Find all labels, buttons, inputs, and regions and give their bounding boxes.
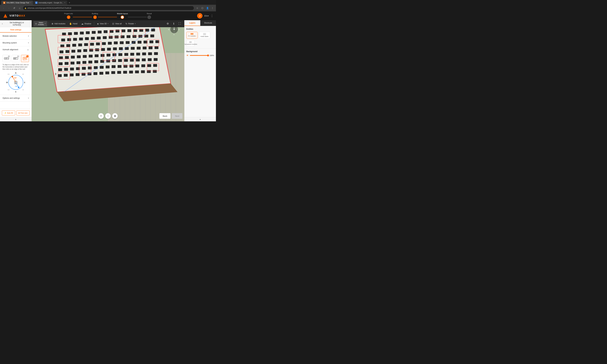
azimuth-btn-diagonal[interactable]: ↻ bbox=[21, 55, 29, 62]
view3d-button[interactable]: ◈ View 3D ▾ bbox=[95, 21, 110, 26]
svg-rect-52 bbox=[110, 30, 114, 33]
right-panel-collapse-button[interactable]: ▲ bbox=[185, 117, 216, 121]
svg-rect-87 bbox=[126, 41, 130, 44]
shortcuts-tab[interactable]: Shortcuts bbox=[200, 20, 216, 26]
forward-button[interactable]: › bbox=[7, 6, 11, 10]
opacity-row: 👁 100% bbox=[186, 54, 214, 57]
main-area: ‹ Set building(s) orsurface[s] Yield set… bbox=[0, 20, 216, 121]
svg-rect-127 bbox=[59, 62, 63, 65]
add-modules-label: Add modules bbox=[54, 23, 66, 25]
lang-selector[interactable]: EN ▾ bbox=[204, 15, 209, 17]
yield-settings-tab[interactable]: Yield settings bbox=[0, 27, 31, 33]
tab2-favicon: G bbox=[35, 1, 38, 4]
layers-tab[interactable]: Layers bbox=[185, 20, 200, 26]
pv-modules-entity-button[interactable]: PV modules bbox=[186, 32, 198, 39]
opacity-slider[interactable] bbox=[190, 55, 208, 56]
refresh-button[interactable]: ↺ bbox=[12, 6, 16, 10]
svg-rect-46 bbox=[74, 32, 78, 35]
sidebar-collapse-button[interactable]: ▲ bbox=[0, 117, 31, 121]
svg-rect-134 bbox=[100, 60, 104, 63]
svg-rect-94 bbox=[66, 50, 69, 53]
opacity-slider-fill bbox=[190, 55, 208, 56]
azimuth-alignment-header[interactable]: Azimuth alignment ▲ bbox=[0, 46, 31, 53]
refresh-icon-3: ↻ bbox=[26, 55, 28, 57]
settings-icon-button[interactable]: ⚙ bbox=[165, 21, 171, 26]
svg-rect-140 bbox=[136, 59, 140, 61]
profile-button[interactable]: 👤 bbox=[205, 6, 210, 10]
section-module-selection: Module selection ▾ bbox=[0, 33, 31, 39]
svg-rect-171 bbox=[117, 71, 121, 74]
svg-rect-146 bbox=[70, 68, 74, 70]
zoom-in-button[interactable]: + bbox=[98, 113, 104, 119]
svg-rect-121 bbox=[124, 53, 128, 56]
azimuth-alignment-chevron-icon: ▲ bbox=[27, 49, 29, 51]
header-menu-button[interactable]: ⋮ bbox=[211, 14, 213, 17]
view3d-icon: ◈ bbox=[97, 22, 99, 25]
compass: N S E W NE NW SE SW bbox=[6, 72, 25, 93]
back-button[interactable]: ‹ bbox=[1, 6, 6, 10]
svg-rect-153 bbox=[112, 65, 116, 68]
back-nav-button[interactable]: Back bbox=[159, 113, 171, 119]
extensions-button[interactable]: ⬡ bbox=[200, 6, 205, 10]
svg-text:S: S bbox=[173, 34, 174, 35]
svg-rect-92 bbox=[156, 40, 159, 43]
back-to-buildings-button[interactable]: ‹ Set building(s) orsurface[s] bbox=[0, 20, 31, 27]
svg-rect-44 bbox=[62, 33, 66, 35]
svg-rect-97 bbox=[83, 49, 87, 52]
svg-marker-0 bbox=[4, 2, 5, 3]
transparent-modules-entity-button[interactable]: Transparent modules bbox=[186, 40, 195, 46]
settings-button[interactable]: ⋮ bbox=[210, 6, 215, 10]
view-all-button[interactable]: ⊡ View all bbox=[111, 21, 123, 26]
mounting-system-header[interactable]: Mounting system ▾ bbox=[0, 39, 31, 46]
svg-rect-128 bbox=[65, 62, 68, 65]
svg-rect-98 bbox=[89, 49, 93, 52]
visibility-toggle-button[interactable]: 👁 bbox=[186, 54, 189, 57]
new-tab-button[interactable]: + bbox=[67, 1, 71, 5]
options-settings-header[interactable]: Options and settings ▾ bbox=[0, 95, 31, 102]
browser-tab-2[interactable]: G evenwijdig engels - Google Zo... × bbox=[33, 1, 67, 5]
svg-rect-174 bbox=[135, 70, 139, 73]
azimuth-btn-horizontal[interactable]: ↻ bbox=[2, 55, 11, 62]
svg-rect-60 bbox=[61, 39, 65, 41]
rotate-button[interactable]: ↻ Rotate ▾ bbox=[124, 21, 137, 26]
svg-rect-54 bbox=[121, 29, 125, 32]
svg-rect-150 bbox=[94, 66, 98, 69]
home-button[interactable]: ⌂ bbox=[17, 6, 22, 10]
user-avatar[interactable]: J bbox=[197, 13, 202, 18]
zoom-out-button[interactable]: − bbox=[105, 113, 111, 119]
svg-rect-50 bbox=[98, 31, 102, 33]
shadow-icon: ☁ bbox=[81, 22, 83, 25]
fullscreen-icon-button[interactable]: ⛶ bbox=[177, 21, 182, 26]
info-icon-button[interactable]: ℹ bbox=[171, 21, 176, 26]
step2-circle: ✓ bbox=[93, 15, 97, 19]
shadow-button[interactable]: ☁ Shadow bbox=[80, 21, 93, 26]
auto-fill-button[interactable]: ⚡ Auto fill bbox=[2, 110, 15, 116]
svg-rect-158 bbox=[141, 65, 145, 67]
svg-rect-141 bbox=[142, 58, 146, 61]
locate-button[interactable]: ⊕ bbox=[112, 113, 118, 119]
sidebar-bottom-actions: ⚡ Auto fill ⊞ Free size bbox=[0, 109, 31, 117]
azimuth-btn-edge[interactable]: ↻ bbox=[12, 55, 20, 62]
svg-rect-142 bbox=[148, 58, 152, 61]
tab2-close[interactable]: × bbox=[64, 1, 65, 4]
rotate-icon: ↻ bbox=[126, 22, 127, 25]
right-panel-empty-space bbox=[185, 59, 216, 117]
address-bar[interactable]: 🔒 virtomax.com/#/project/663b2b2daf65055… bbox=[23, 6, 194, 10]
entities-section: Entities PV modules bbox=[185, 26, 216, 49]
refresh-icon-1: ↻ bbox=[8, 55, 10, 57]
svg-rect-13 bbox=[25, 58, 26, 59]
add-modules-button[interactable]: ⊕ Add modules bbox=[50, 21, 67, 26]
free-size-button[interactable]: ⊞ Free size bbox=[16, 110, 30, 116]
fields-labels-entity-button[interactable]: Fields labels bbox=[199, 32, 210, 39]
module-selection-header[interactable]: Module selection ▾ bbox=[0, 33, 31, 39]
logo-max: MAX bbox=[19, 14, 26, 17]
select-modules-button[interactable]: ⊹ Select modules ▾ bbox=[34, 21, 47, 26]
svg-rect-64 bbox=[85, 37, 89, 40]
browser-tab-1[interactable]: Virto.MAX | Solar Design Tool × bbox=[1, 1, 33, 5]
tab1-close[interactable]: × bbox=[30, 1, 31, 4]
hand-button[interactable]: ✋ Hand bbox=[68, 21, 79, 26]
svg-rect-56 bbox=[133, 29, 137, 32]
bookmark-button[interactable]: ☆ bbox=[195, 6, 199, 10]
svg-rect-148 bbox=[82, 67, 86, 70]
section-azimuth-alignment: Azimuth alignment ▲ ↻ bbox=[0, 46, 31, 95]
